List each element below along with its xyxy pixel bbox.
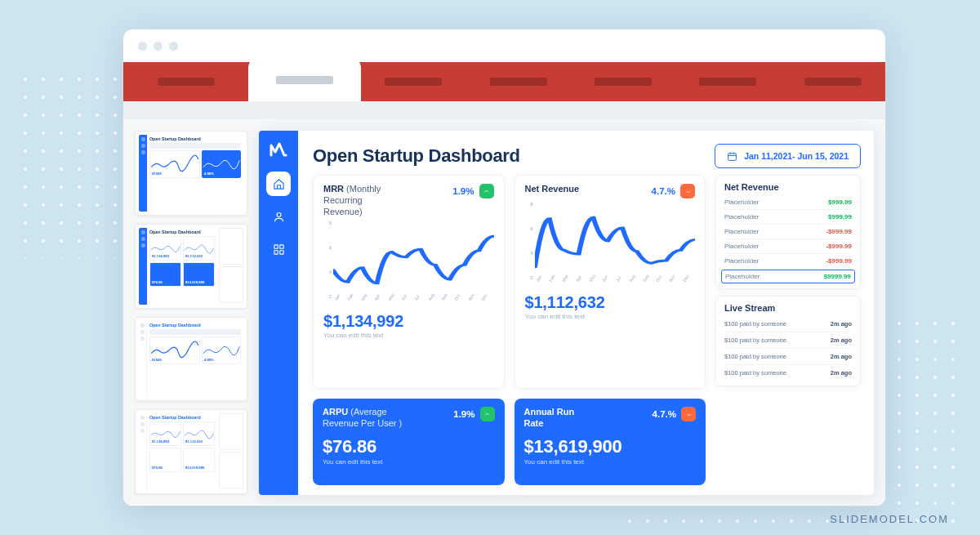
- ribbon-tab-active[interactable]: [248, 59, 361, 101]
- editor-body: Open Startup Dashboard $1569 4.90% Open …: [123, 119, 885, 506]
- mrr-chart: 8642JanFebMarAprMayJunJulAugSepOctNovDec: [323, 221, 494, 310]
- arrow-down-icon: [681, 407, 696, 421]
- arpu-card: ARPU (Average Revenue Per User ) 1.9% $7…: [313, 399, 505, 485]
- arpu-pct: 1.9%: [453, 407, 494, 421]
- calendar-icon: [727, 151, 737, 162]
- net-revenue-title: Net Revenue: [724, 182, 852, 192]
- ribbon-tab[interactable]: [466, 62, 571, 101]
- svg-rect-2: [274, 244, 277, 247]
- ribbon-tab[interactable]: [361, 62, 466, 101]
- nav-apps[interactable]: [266, 237, 291, 261]
- date-range-picker[interactable]: Jan 11,2021- Jun 15, 2021: [715, 144, 861, 168]
- live-stream-row: $100 paid by someone2m ago: [724, 316, 852, 332]
- live-stream-rows: $100 paid by someone2m ago$100 paid by s…: [724, 316, 852, 381]
- mrr-pct: 1.9%: [452, 184, 493, 198]
- net-label: Net Revenue: [525, 184, 580, 195]
- arr-card: Annual Run Rate 4.7.% $13,619,900 You ca…: [514, 399, 706, 485]
- live-stream-panel: Live Stream $100 paid by someone2m ago$1…: [715, 296, 861, 386]
- svg-rect-5: [279, 250, 283, 253]
- live-stream-row: $100 paid by someone2m ago: [724, 365, 852, 381]
- net-revenue-row[interactable]: Placeholder$999.99: [724, 195, 852, 210]
- arpu-label: ARPU (Average Revenue Per User ): [323, 407, 412, 430]
- net-revenue-row[interactable]: Placeholder-$999.99: [724, 239, 852, 254]
- live-stream-row: $100 paid by someone2m ago: [724, 332, 852, 349]
- attribution: SLIDEMODEL.COM: [830, 513, 949, 525]
- mrr-card: MRR (Monthly Recurring Revenue) 1.9% 864…: [313, 175, 505, 389]
- net-value: $1,112,632: [525, 293, 696, 312]
- svg-rect-3: [279, 244, 283, 247]
- date-range-text: Jan 11,2021- Jun 15, 2021: [744, 151, 849, 161]
- dashboard-slide: Open Startup Dashboard Jan 11,2021- Jun …: [259, 131, 874, 495]
- thumb-title: Open Startup Dashboard: [149, 230, 215, 234]
- net-sub: You can edit this text: [525, 313, 696, 320]
- net-revenue-panel: Net Revenue Placeholder$999.99Placeholde…: [715, 175, 861, 289]
- traffic-dot: [138, 42, 147, 51]
- net-revenue-row[interactable]: Placeholder-$999.99: [724, 225, 852, 239]
- live-stream-row: $100 paid by someone2m ago: [724, 349, 852, 365]
- net-card: Net Revenue 4.7.% 8642JanFebMarAprMayJun…: [514, 175, 706, 389]
- arpu-value: $76.86: [323, 436, 495, 457]
- arrow-down-icon: [680, 184, 695, 198]
- thumb-title: Open Startup Dashboard: [149, 323, 241, 328]
- nav-user[interactable]: [266, 204, 291, 229]
- thumb-title: Open Startup Dashboard: [149, 136, 241, 141]
- arr-sub: You can edit this text: [524, 458, 697, 466]
- page-title: Open Startup Dashboard: [313, 145, 520, 167]
- svg-point-1: [277, 212, 281, 216]
- net-revenue-row[interactable]: Placeholder$9999.99: [721, 270, 855, 283]
- net-revenue-row[interactable]: Placeholder-$999.99: [724, 254, 852, 269]
- slide-thumbnails: Open Startup Dashboard $1569 4.90% Open …: [135, 131, 247, 494]
- slide-thumb-2[interactable]: Open Startup Dashboard $1,134,992 $1,112…: [135, 224, 247, 309]
- traffic-dot: [154, 42, 163, 51]
- ribbon-tab[interactable]: [675, 62, 780, 101]
- svg-rect-4: [274, 250, 277, 253]
- arpu-sub: You can edit this text: [323, 458, 495, 466]
- traffic-dot: [169, 42, 178, 51]
- arr-pct: 4.7.%: [653, 407, 696, 421]
- net-revenue-row[interactable]: Placeholder$999.99: [724, 210, 852, 225]
- ribbon-tab[interactable]: [571, 62, 675, 101]
- dashboard-main: Open Startup Dashboard Jan 11,2021- Jun …: [298, 131, 874, 495]
- browser-window: Open Startup Dashboard $1569 4.90% Open …: [122, 29, 886, 506]
- ribbon-tab[interactable]: [123, 62, 248, 101]
- net-chart: 8642JanFebMarAprMayJunJulAugSepOctNovDec: [525, 202, 696, 292]
- arrow-up-icon: [479, 184, 494, 198]
- live-stream-title: Live Stream: [724, 303, 852, 313]
- sidebar: [259, 131, 298, 495]
- arr-label: Annual Run Rate: [524, 407, 590, 430]
- slide-thumb-1[interactable]: Open Startup Dashboard $1569 4.90%: [135, 131, 247, 216]
- arrow-up-icon: [480, 407, 495, 421]
- svg-point-0: [284, 154, 287, 156]
- ribbon-tab[interactable]: [781, 62, 885, 101]
- net-pct: 4.7.%: [652, 184, 695, 198]
- arr-value: $13,619,900: [524, 436, 697, 457]
- mrr-value: $1,134,992: [323, 312, 494, 331]
- mrr-sub: You can edit this text: [323, 332, 494, 339]
- nav-home[interactable]: [266, 172, 291, 196]
- thumb-title: Open Startup Dashboard: [149, 415, 215, 420]
- slide-thumb-4[interactable]: Open Startup Dashboard $1,134,992 $1,112…: [135, 409, 247, 494]
- ribbon-toolbar: [123, 101, 885, 119]
- svg-rect-6: [728, 153, 737, 160]
- titlebar: [123, 29, 885, 62]
- slide-thumb-3[interactable]: Open Startup Dashboard $1569 4.90%: [135, 317, 247, 402]
- mrr-label: MRR (Monthly Recurring Revenue): [323, 184, 402, 217]
- net-revenue-rows: Placeholder$999.99Placeholder$999.99Plac…: [724, 195, 852, 283]
- logo-icon: [269, 139, 288, 158]
- presentation-ribbon: [123, 62, 885, 119]
